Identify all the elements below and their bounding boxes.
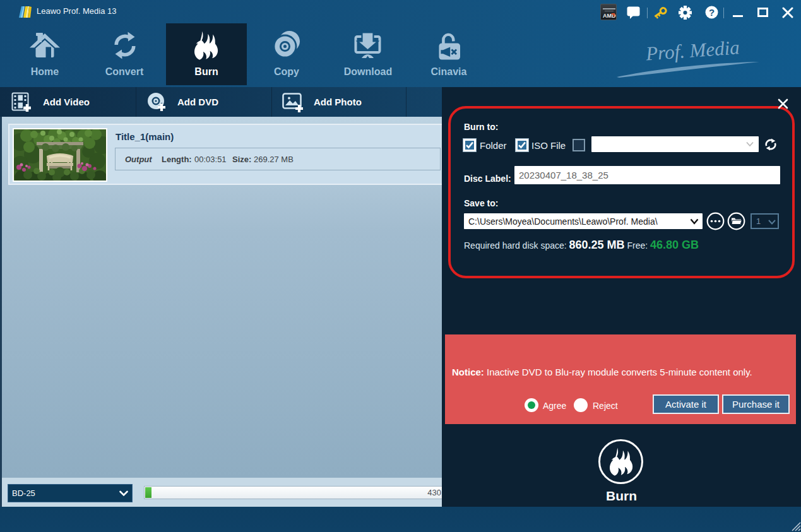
- svg-text:?: ?: [709, 7, 715, 18]
